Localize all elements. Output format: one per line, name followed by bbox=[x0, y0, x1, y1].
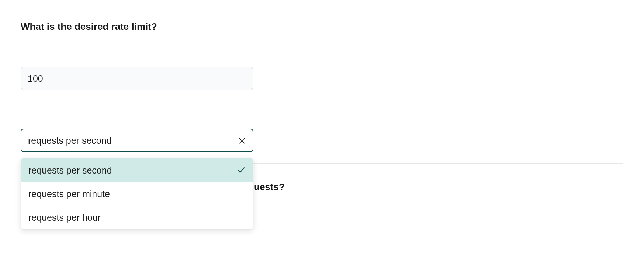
rate-limit-question-label: What is the desired rate limit? bbox=[21, 21, 623, 32]
dropdown-option-label: requests per minute bbox=[28, 189, 110, 199]
dropdown-option-label: requests per second bbox=[28, 165, 112, 176]
form-container: What is the desired rate limit? requests… bbox=[0, 21, 644, 152]
unit-combobox-wrapper: requests per second requests per second … bbox=[21, 129, 253, 152]
rate-limit-value-input[interactable] bbox=[21, 67, 253, 90]
clear-icon[interactable] bbox=[238, 136, 246, 144]
next-question-fragment: uests? bbox=[254, 181, 285, 193]
dropdown-option-per-second[interactable]: requests per second bbox=[21, 158, 253, 182]
dropdown-option-label: requests per hour bbox=[28, 212, 101, 223]
check-icon bbox=[237, 166, 246, 175]
unit-dropdown: requests per second requests per minute … bbox=[21, 158, 253, 230]
unit-combobox-value: requests per second bbox=[28, 135, 112, 146]
section-divider bbox=[21, 0, 623, 0]
dropdown-option-per-minute[interactable]: requests per minute bbox=[21, 182, 253, 206]
unit-combobox[interactable]: requests per second bbox=[21, 129, 253, 152]
dropdown-option-per-hour[interactable]: requests per hour bbox=[21, 206, 253, 229]
